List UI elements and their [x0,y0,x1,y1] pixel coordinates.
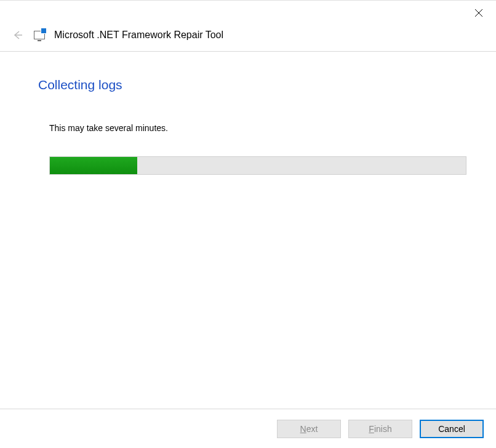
progress-fill [50,157,137,174]
next-button: Next [277,420,341,438]
content-area: Collecting logs This may take several mi… [0,52,496,409]
wizard-window: Microsoft .NET Framework Repair Tool Col… [0,0,496,448]
titlebar [0,1,496,25]
back-arrow-icon [12,30,23,41]
app-title: Microsoft .NET Framework Repair Tool [54,30,223,41]
close-icon [474,9,483,17]
finish-button: Finish [348,420,412,438]
app-icon [33,29,46,41]
footer-bar: Next Finish Cancel [0,409,496,448]
close-button[interactable] [471,6,486,20]
back-button [10,28,25,42]
status-text: This may take several minutes. [49,123,468,133]
cancel-button[interactable]: Cancel [420,420,484,438]
page-heading: Collecting logs [38,78,468,92]
progress-bar [49,156,466,175]
header-bar: Microsoft .NET Framework Repair Tool [0,25,496,52]
